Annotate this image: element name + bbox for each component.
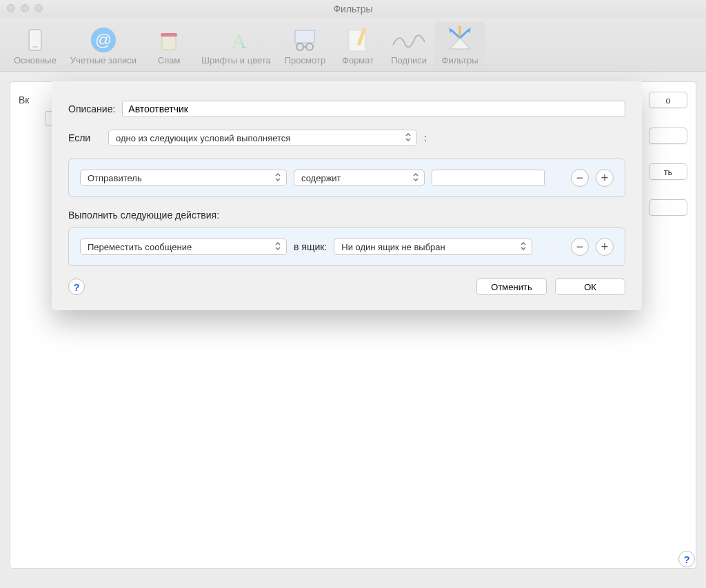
ok-button[interactable]: ОК: [555, 278, 625, 295]
tab-composing[interactable]: Формат: [332, 22, 383, 71]
condition-value-input[interactable]: [432, 170, 545, 186]
tab-label: Основные: [14, 55, 57, 65]
tab-junk[interactable]: Спам: [143, 22, 194, 71]
partial-button-1[interactable]: о: [649, 92, 687, 108]
tab-label: Учетные записи: [70, 55, 137, 65]
plus-icon: +: [601, 171, 609, 185]
help-button[interactable]: ?: [678, 551, 695, 567]
tab-label: Спам: [158, 55, 181, 65]
description-input[interactable]: [122, 101, 625, 117]
select-value: Ни один ящик не выбран: [341, 242, 445, 252]
partial-button-2[interactable]: [649, 128, 687, 144]
add-action-button[interactable]: +: [596, 238, 614, 256]
svg-point-8: [296, 43, 303, 50]
rule-editor-sheet: Описание: Если одно из следующих условий…: [52, 81, 642, 310]
svg-rect-5: [161, 33, 177, 37]
select-value: Переместить сообщение: [88, 242, 192, 252]
zoom-window-icon[interactable]: [34, 4, 43, 12]
tab-general[interactable]: Основные: [7, 22, 63, 71]
action-mailbox-select[interactable]: Ни один ящик не выбран: [334, 239, 532, 255]
partial-button-4[interactable]: [649, 199, 687, 216]
condition-operator-select[interactable]: содержит: [294, 170, 425, 186]
preferences-toolbar: Основные @ Учетные записи Спам A Шрифты …: [0, 18, 706, 72]
tab-fonts[interactable]: A Шрифты и цвета: [194, 22, 278, 71]
chevron-up-down-icon: [275, 242, 282, 252]
select-value: содержит: [301, 173, 341, 183]
tab-label: Шрифты и цвета: [201, 55, 271, 65]
svg-marker-13: [450, 38, 470, 49]
condition-row: Отправитель содержит − +: [68, 159, 625, 197]
titlebar: Фильтры: [0, 0, 706, 18]
if-label: Если: [68, 132, 101, 143]
actions-label: Выполнить следующие действия:: [68, 210, 219, 221]
partial-button-3[interactable]: ть: [649, 163, 687, 180]
tab-rules[interactable]: Фильтры: [434, 22, 485, 71]
svg-rect-7: [295, 30, 314, 43]
tab-signatures[interactable]: Подписи: [383, 22, 434, 71]
tab-label: Подписи: [391, 55, 427, 65]
remove-condition-button[interactable]: −: [571, 169, 589, 187]
tab-label: Просмотр: [285, 55, 325, 65]
minus-icon: −: [576, 171, 584, 185]
minimize-window-icon[interactable]: [21, 4, 29, 12]
tab-accounts[interactable]: @ Учетные записи: [63, 22, 143, 71]
signature-icon: [390, 25, 427, 55]
column-header-enabled: Вк: [19, 94, 29, 105]
chevron-up-down-icon: [413, 173, 420, 183]
select-value: Отправитель: [88, 173, 142, 183]
sheet-help-button[interactable]: ?: [68, 278, 85, 295]
viewing-icon: [286, 25, 323, 55]
tab-label: Фильтры: [442, 55, 478, 65]
chevron-up-down-icon: [275, 173, 282, 183]
tab-label: Формат: [342, 55, 374, 65]
plus-icon: +: [601, 240, 609, 254]
trash-icon: [150, 25, 188, 55]
svg-rect-4: [162, 36, 176, 50]
window-title: Фильтры: [333, 3, 372, 14]
chevron-up-down-icon: [521, 242, 527, 252]
chevron-up-down-icon: [405, 133, 412, 143]
cancel-button[interactable]: Отменить: [476, 278, 547, 295]
preferences-window: Фильтры Основные @ Учетные записи Спам A: [0, 0, 706, 588]
remove-action-button[interactable]: −: [571, 238, 589, 256]
svg-text:@: @: [95, 30, 112, 49]
description-label: Описание:: [68, 103, 115, 114]
general-icon: [17, 25, 54, 55]
svg-text:A: A: [232, 30, 247, 52]
rules-icon: [441, 25, 478, 55]
svg-rect-1: [32, 46, 38, 48]
action-type-select[interactable]: Переместить сообщение: [80, 239, 287, 255]
condition-field-select[interactable]: Отправитель: [80, 170, 287, 186]
colon-label: :: [424, 132, 427, 143]
fonts-icon: A: [217, 25, 254, 55]
to-mailbox-label: в ящик:: [294, 241, 327, 252]
condition-match-select[interactable]: одно из следующих условий выполняется: [108, 130, 417, 146]
action-row: Переместить сообщение в ящик: Ни один ящ…: [68, 227, 625, 266]
svg-point-9: [306, 43, 313, 50]
add-condition-button[interactable]: +: [596, 169, 614, 187]
accounts-icon: @: [85, 25, 122, 55]
minus-icon: −: [576, 240, 584, 254]
compose-icon: [339, 25, 376, 55]
tab-viewing[interactable]: Просмотр: [278, 22, 332, 71]
window-controls: [7, 4, 43, 12]
close-window-icon[interactable]: [7, 4, 15, 12]
select-value: одно из следующих условий выполняется: [116, 133, 290, 143]
